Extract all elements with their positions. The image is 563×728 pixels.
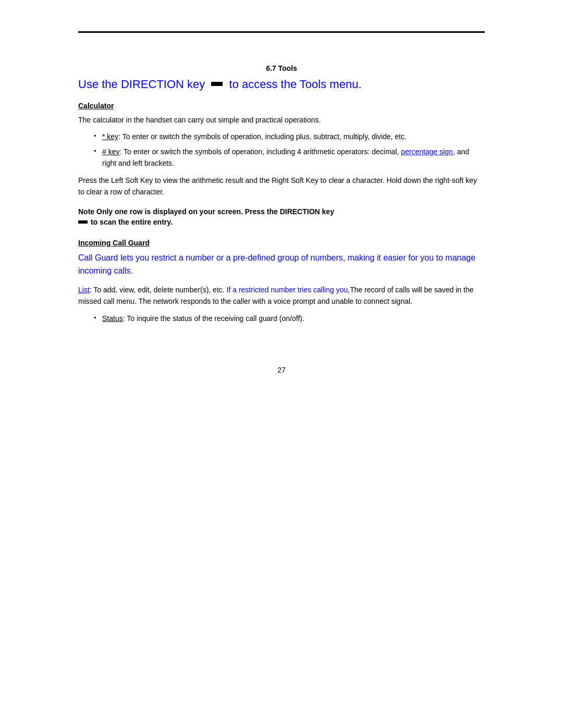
incoming-blue-description: Call Guard lets you restrict a number or… bbox=[78, 251, 485, 278]
percentage-sign-link: percentage sign bbox=[401, 147, 453, 156]
section-heading: Use the DIRECTION key to access the Tool… bbox=[78, 78, 485, 91]
incoming-call-guard-section: Incoming Call Guard Call Guard lets you … bbox=[78, 239, 485, 324]
hash-key-text: # key bbox=[102, 147, 119, 156]
content-area: 6.7 Tools Use the DIRECTION key to acces… bbox=[78, 33, 485, 374]
page: 6.7 Tools Use the DIRECTION key to acces… bbox=[0, 31, 563, 728]
bullet-status: Status: To inquire the status of the rec… bbox=[94, 313, 485, 324]
star-key-text: * key bbox=[102, 132, 118, 141]
incoming-call-guard-title: Incoming Call Guard bbox=[78, 239, 485, 247]
calculator-bullets: * key: To enter or switch the symbols of… bbox=[94, 131, 485, 169]
list-paragraph: List: To add, view, edit, delete number(… bbox=[78, 284, 485, 307]
heading-part1: Use the DIRECTION key bbox=[78, 78, 205, 91]
section-title-text: 6.7 Tools bbox=[266, 64, 297, 72]
page-number: 27 bbox=[78, 366, 485, 374]
note-bold-text2: to scan the entire entry. bbox=[91, 218, 173, 226]
note-block: Note Only one row is displayed on your s… bbox=[78, 206, 485, 226]
calculator-title: Calculator bbox=[78, 102, 485, 110]
note-bold-text: Note Only one row is displayed on your s… bbox=[78, 207, 334, 216]
list-link: List bbox=[78, 286, 90, 294]
status-text: Status bbox=[102, 314, 123, 323]
section-title: 6.7 Tools bbox=[78, 64, 485, 72]
note-direction-icon bbox=[78, 220, 88, 224]
calculator-intro: The calculator in the handset can carry … bbox=[78, 114, 485, 126]
heading-blue-text: Use the DIRECTION key to access the Tool… bbox=[78, 78, 362, 91]
heading-part2: to access the Tools menu. bbox=[229, 78, 362, 91]
press-soft-key-text: Press the Left Soft Key to view the arit… bbox=[78, 175, 485, 198]
incoming-bullets: Status: To inquire the status of the rec… bbox=[94, 313, 485, 324]
note-line2: to scan the entire entry. bbox=[78, 218, 485, 226]
note-line1: Note Only one row is displayed on your s… bbox=[78, 206, 485, 217]
bullet-hash-key: # key: To enter or switch the symbols of… bbox=[94, 146, 485, 169]
direction-key-icon bbox=[211, 82, 223, 86]
bullet-star-key: * key: To enter or switch the symbols of… bbox=[94, 131, 485, 142]
restricted-number-text: If a restricted number tries calling you… bbox=[227, 286, 350, 294]
